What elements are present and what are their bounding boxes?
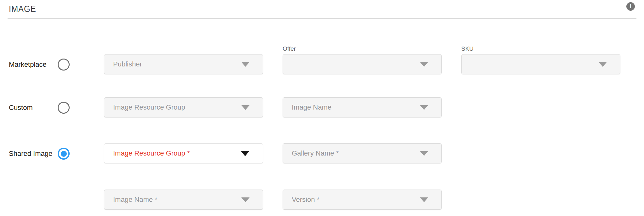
info-icon[interactable]: i — [626, 2, 635, 11]
chevron-down-icon — [420, 105, 428, 110]
publisher-placeholder: Publisher — [113, 60, 142, 68]
custom-image-resource-group-dropdown[interactable]: Image Resource Group — [104, 97, 263, 117]
shared-image-radio[interactable] — [58, 148, 70, 160]
marketplace-option-label: Marketplace — [9, 60, 47, 69]
offer-dropdown[interactable] — [283, 54, 442, 74]
version-placeholder: Version * — [292, 196, 319, 204]
chevron-down-icon — [241, 151, 250, 156]
chevron-down-icon — [241, 105, 250, 110]
version-dropdown[interactable]: Version * — [283, 190, 442, 210]
custom-image-name-dropdown[interactable]: Image Name — [283, 97, 442, 117]
chevron-down-icon — [241, 62, 250, 67]
custom-image-name-placeholder: Image Name — [292, 103, 331, 111]
shared-image-resource-group-placeholder: Image Resource Group * — [113, 149, 190, 157]
gallery-name-dropdown[interactable]: Gallery Name * — [283, 143, 442, 163]
shared-image-name-placeholder: Image Name * — [113, 196, 158, 204]
offer-field-label: Offer — [283, 45, 296, 52]
shared-image-name-dropdown[interactable]: Image Name * — [104, 190, 263, 210]
shared-image-option-label: Shared Image — [9, 150, 52, 158]
section-title: IMAGE — [9, 4, 36, 14]
chevron-down-icon — [420, 151, 428, 156]
shared-image-resource-group-dropdown[interactable]: Image Resource Group * — [104, 143, 263, 163]
radio-selected-dot — [61, 151, 67, 157]
sku-field-label: SKU — [461, 45, 474, 52]
publisher-dropdown[interactable]: Publisher — [104, 54, 263, 74]
image-form-section: IMAGE i Marketplace Publisher Offer SKU … — [0, 0, 644, 216]
marketplace-radio[interactable] — [58, 59, 70, 71]
gallery-name-placeholder: Gallery Name * — [292, 149, 339, 157]
sku-dropdown[interactable] — [461, 54, 620, 74]
custom-image-resource-group-placeholder: Image Resource Group — [113, 103, 185, 111]
custom-radio[interactable] — [58, 102, 70, 114]
custom-option-label: Custom — [9, 104, 33, 112]
chevron-down-icon — [420, 62, 428, 67]
chevron-down-icon — [599, 62, 607, 67]
chevron-down-icon — [241, 197, 250, 202]
chevron-down-icon — [420, 197, 428, 202]
header-divider — [8, 18, 636, 19]
